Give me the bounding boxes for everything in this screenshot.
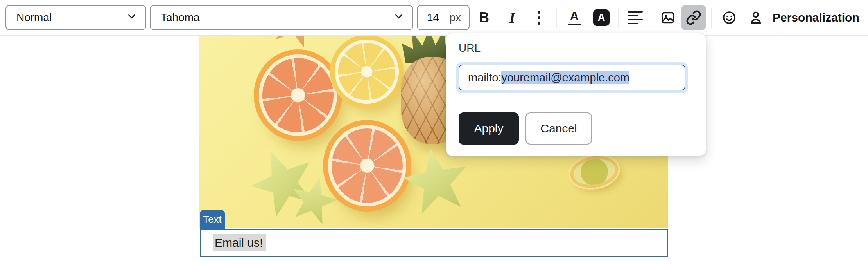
bold-button[interactable]: B bbox=[472, 5, 497, 30]
chevron-down-icon bbox=[126, 11, 138, 25]
starfruit-top-decor bbox=[266, 36, 326, 52]
paragraph-style-select[interactable]: Normal bbox=[5, 5, 146, 30]
url-value-prefix: mailto: bbox=[468, 71, 501, 84]
personalization-button[interactable] bbox=[744, 5, 768, 30]
toolbar-divider bbox=[711, 8, 712, 28]
chevron-down-icon bbox=[393, 11, 405, 25]
alignment-button[interactable] bbox=[623, 5, 647, 30]
candied-citrus-decor bbox=[568, 152, 621, 192]
url-label: URL bbox=[459, 42, 481, 54]
vertical-ellipsis-icon bbox=[538, 11, 540, 25]
font-size-value: 14 bbox=[427, 11, 439, 24]
text-color-icon: A bbox=[568, 10, 580, 25]
apply-button-label: Apply bbox=[474, 122, 503, 135]
background-color-button[interactable]: A bbox=[593, 9, 610, 26]
person-icon bbox=[748, 10, 764, 25]
personalization-label[interactable]: Personalization bbox=[773, 0, 859, 35]
toolbar-divider bbox=[556, 8, 557, 28]
emoji-smile-icon bbox=[721, 10, 737, 25]
background-color-icon: A bbox=[597, 12, 605, 24]
italic-button[interactable]: I bbox=[500, 5, 524, 30]
align-left-icon bbox=[628, 11, 643, 24]
image-icon bbox=[660, 10, 676, 25]
emoji-button[interactable] bbox=[717, 5, 741, 30]
block-type-label: Text bbox=[203, 213, 222, 226]
cancel-button[interactable]: Cancel bbox=[525, 112, 592, 145]
block-type-badge[interactable]: Text bbox=[200, 210, 225, 229]
orange-slice-decor bbox=[259, 54, 337, 136]
font-size-input[interactable]: 14 px bbox=[417, 5, 470, 30]
font-family-value: Tahoma bbox=[161, 11, 200, 24]
toolbar-divider bbox=[651, 8, 651, 28]
link-url-popup: URL mailto:youremail@example.com Apply C… bbox=[446, 33, 706, 156]
toolbar-divider bbox=[618, 8, 619, 28]
url-input[interactable]: mailto:youremail@example.com bbox=[459, 65, 685, 90]
orange-slice-decor bbox=[328, 125, 406, 206]
italic-icon: I bbox=[509, 9, 515, 26]
font-family-select[interactable]: Tahoma bbox=[150, 5, 413, 30]
more-options-button[interactable] bbox=[528, 5, 550, 30]
apply-button[interactable]: Apply bbox=[459, 112, 519, 145]
editor-toolbar: Normal Tahoma 14 px B I A A bbox=[0, 0, 868, 36]
insert-image-button[interactable] bbox=[656, 5, 680, 30]
text-block-editor[interactable]: Email us! bbox=[200, 229, 668, 257]
link-icon bbox=[686, 10, 701, 25]
font-size-unit: px bbox=[449, 11, 461, 24]
url-input-focus-ring: mailto:youremail@example.com bbox=[456, 62, 688, 93]
text-color-button[interactable]: A bbox=[561, 5, 587, 30]
url-value-selected: youremail@example.com bbox=[501, 71, 629, 84]
bold-icon: B bbox=[479, 9, 489, 26]
paragraph-style-value: Normal bbox=[16, 11, 52, 24]
selected-text: Email us! bbox=[213, 234, 266, 251]
lemon-slice-decor bbox=[335, 40, 399, 104]
insert-link-button[interactable] bbox=[681, 5, 706, 30]
cancel-button-label: Cancel bbox=[540, 122, 577, 135]
